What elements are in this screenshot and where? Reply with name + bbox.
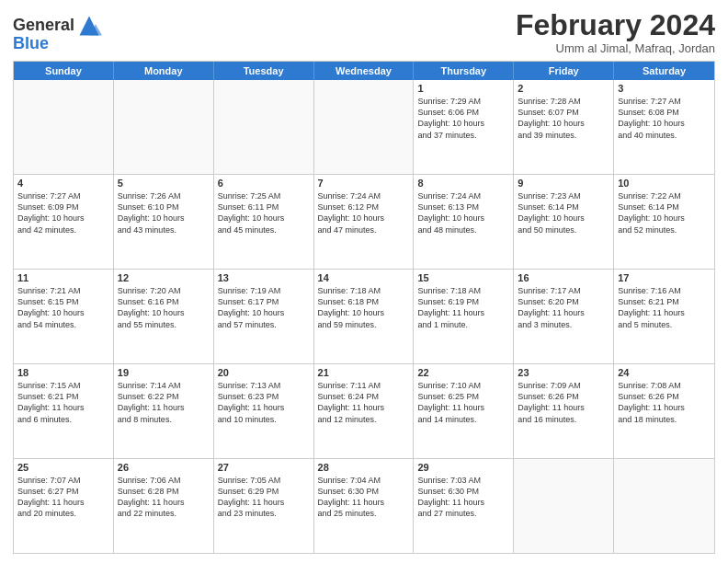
calendar-row: 1Sunrise: 7:29 AM Sunset: 6:06 PM Daylig… (14, 80, 714, 174)
day-info: Sunrise: 7:14 AM Sunset: 6:22 PM Dayligh… (118, 380, 210, 425)
day-info: Sunrise: 7:23 AM Sunset: 6:14 PM Dayligh… (518, 190, 609, 236)
day-number: 7 (318, 178, 410, 189)
logo: General Blue (13, 13, 102, 53)
day-number: 21 (318, 367, 410, 378)
calendar-cell: 20Sunrise: 7:13 AM Sunset: 6:23 PM Dayli… (214, 364, 314, 458)
calendar-header: SundayMondayTuesdayWednesdayThursdayFrid… (14, 62, 714, 80)
day-number: 2 (518, 83, 609, 94)
day-number: 11 (17, 272, 109, 283)
month-title: February 2024 (516, 9, 715, 41)
calendar-page: General Blue February 2024 Umm al Jimal,… (0, 0, 728, 563)
calendar-cell: 16Sunrise: 7:17 AM Sunset: 6:20 PM Dayli… (514, 270, 614, 363)
day-info: Sunrise: 7:22 AM Sunset: 6:14 PM Dayligh… (618, 190, 711, 236)
calendar-cell: 18Sunrise: 7:15 AM Sunset: 6:21 PM Dayli… (14, 364, 114, 458)
day-info: Sunrise: 7:10 AM Sunset: 6:25 PM Dayligh… (417, 380, 509, 425)
calendar-cell (614, 459, 714, 553)
calendar-cell: 19Sunrise: 7:14 AM Sunset: 6:22 PM Dayli… (114, 364, 214, 458)
calendar-cell: 27Sunrise: 7:05 AM Sunset: 6:29 PM Dayli… (214, 459, 314, 553)
day-number: 23 (518, 367, 609, 378)
day-number: 27 (218, 462, 310, 473)
calendar-cell: 2Sunrise: 7:28 AM Sunset: 6:07 PM Daylig… (514, 80, 614, 174)
day-info: Sunrise: 7:17 AM Sunset: 6:20 PM Dayligh… (518, 285, 609, 330)
day-info: Sunrise: 7:28 AM Sunset: 6:07 PM Dayligh… (518, 96, 609, 141)
calendar-cell: 25Sunrise: 7:07 AM Sunset: 6:27 PM Dayli… (14, 459, 114, 553)
calendar-row: 4Sunrise: 7:27 AM Sunset: 6:09 PM Daylig… (14, 174, 714, 269)
day-info: Sunrise: 7:06 AM Sunset: 6:28 PM Dayligh… (118, 475, 210, 520)
logo-text: General (13, 17, 74, 35)
calendar-cell: 11Sunrise: 7:21 AM Sunset: 6:15 PM Dayli… (14, 270, 114, 363)
day-info: Sunrise: 7:20 AM Sunset: 6:16 PM Dayligh… (118, 285, 210, 330)
header: General Blue February 2024 Umm al Jimal,… (13, 9, 715, 55)
day-number: 12 (118, 272, 210, 283)
calendar-body: 1Sunrise: 7:29 AM Sunset: 6:06 PM Daylig… (14, 80, 714, 553)
day-number: 17 (618, 272, 711, 283)
calendar-cell: 12Sunrise: 7:20 AM Sunset: 6:16 PM Dayli… (114, 270, 214, 363)
day-info: Sunrise: 7:19 AM Sunset: 6:17 PM Dayligh… (218, 285, 310, 330)
calendar-cell: 14Sunrise: 7:18 AM Sunset: 6:18 PM Dayli… (314, 270, 415, 363)
day-number: 28 (318, 462, 410, 473)
calendar-cell (314, 80, 415, 174)
day-number: 15 (417, 272, 509, 283)
day-number: 5 (118, 178, 210, 189)
day-number: 19 (118, 367, 210, 378)
day-number: 8 (417, 178, 509, 189)
calendar-cell (214, 80, 314, 174)
calendar-cell: 9Sunrise: 7:23 AM Sunset: 6:14 PM Daylig… (514, 175, 614, 269)
day-info: Sunrise: 7:16 AM Sunset: 6:21 PM Dayligh… (618, 285, 711, 330)
calendar-cell: 21Sunrise: 7:11 AM Sunset: 6:24 PM Dayli… (314, 364, 415, 458)
day-info: Sunrise: 7:25 AM Sunset: 6:11 PM Dayligh… (218, 190, 310, 236)
calendar-cell: 17Sunrise: 7:16 AM Sunset: 6:21 PM Dayli… (614, 270, 714, 363)
day-info: Sunrise: 7:04 AM Sunset: 6:30 PM Dayligh… (318, 475, 410, 520)
day-info: Sunrise: 7:18 AM Sunset: 6:18 PM Dayligh… (318, 285, 410, 330)
day-info: Sunrise: 7:08 AM Sunset: 6:26 PM Dayligh… (618, 380, 711, 425)
calendar-cell: 24Sunrise: 7:08 AM Sunset: 6:26 PM Dayli… (614, 364, 714, 458)
day-info: Sunrise: 7:11 AM Sunset: 6:24 PM Dayligh… (318, 380, 410, 425)
weekday-header: Friday (514, 62, 614, 80)
weekday-header: Monday (114, 62, 214, 80)
calendar-cell: 10Sunrise: 7:22 AM Sunset: 6:14 PM Dayli… (614, 175, 714, 269)
weekday-header: Wednesday (314, 62, 415, 80)
day-number: 14 (318, 272, 410, 283)
day-info: Sunrise: 7:07 AM Sunset: 6:27 PM Dayligh… (17, 475, 109, 520)
day-info: Sunrise: 7:24 AM Sunset: 6:12 PM Dayligh… (318, 190, 410, 236)
day-number: 26 (118, 462, 210, 473)
calendar-cell: 22Sunrise: 7:10 AM Sunset: 6:25 PM Dayli… (414, 364, 514, 458)
weekday-header: Thursday (414, 62, 514, 80)
calendar-cell: 1Sunrise: 7:29 AM Sunset: 6:06 PM Daylig… (414, 80, 514, 174)
day-number: 9 (518, 178, 609, 189)
day-number: 25 (17, 462, 109, 473)
logo-icon (76, 13, 102, 39)
location: Umm al Jimal, Mafraq, Jordan (516, 41, 715, 55)
day-number: 13 (218, 272, 310, 283)
day-info: Sunrise: 7:18 AM Sunset: 6:19 PM Dayligh… (417, 285, 509, 330)
day-number: 20 (218, 367, 310, 378)
day-info: Sunrise: 7:15 AM Sunset: 6:21 PM Dayligh… (17, 380, 109, 425)
day-number: 22 (417, 367, 509, 378)
day-number: 16 (518, 272, 609, 283)
calendar-cell (114, 80, 214, 174)
calendar-cell (514, 459, 614, 553)
calendar-cell: 13Sunrise: 7:19 AM Sunset: 6:17 PM Dayli… (214, 270, 314, 363)
calendar-cell: 7Sunrise: 7:24 AM Sunset: 6:12 PM Daylig… (314, 175, 415, 269)
day-info: Sunrise: 7:13 AM Sunset: 6:23 PM Dayligh… (218, 380, 310, 425)
day-number: 10 (618, 178, 711, 189)
logo-blue-text: Blue (13, 35, 49, 53)
day-number: 18 (17, 367, 109, 378)
calendar-cell: 15Sunrise: 7:18 AM Sunset: 6:19 PM Dayli… (414, 270, 514, 363)
day-number: 4 (17, 178, 109, 189)
day-info: Sunrise: 7:21 AM Sunset: 6:15 PM Dayligh… (17, 285, 109, 330)
day-info: Sunrise: 7:09 AM Sunset: 6:26 PM Dayligh… (518, 380, 609, 425)
day-number: 3 (618, 83, 711, 94)
day-info: Sunrise: 7:03 AM Sunset: 6:30 PM Dayligh… (417, 475, 509, 520)
day-number: 1 (417, 83, 509, 94)
day-number: 6 (218, 178, 310, 189)
day-info: Sunrise: 7:29 AM Sunset: 6:06 PM Dayligh… (417, 96, 509, 141)
day-info: Sunrise: 7:27 AM Sunset: 6:08 PM Dayligh… (618, 96, 711, 141)
day-info: Sunrise: 7:26 AM Sunset: 6:10 PM Dayligh… (118, 190, 210, 236)
title-block: February 2024 Umm al Jimal, Mafraq, Jord… (516, 9, 715, 55)
calendar-row: 11Sunrise: 7:21 AM Sunset: 6:15 PM Dayli… (14, 269, 714, 363)
calendar-cell: 5Sunrise: 7:26 AM Sunset: 6:10 PM Daylig… (114, 175, 214, 269)
calendar-cell: 28Sunrise: 7:04 AM Sunset: 6:30 PM Dayli… (314, 459, 415, 553)
day-info: Sunrise: 7:24 AM Sunset: 6:13 PM Dayligh… (417, 190, 509, 236)
day-info: Sunrise: 7:05 AM Sunset: 6:29 PM Dayligh… (218, 475, 310, 520)
